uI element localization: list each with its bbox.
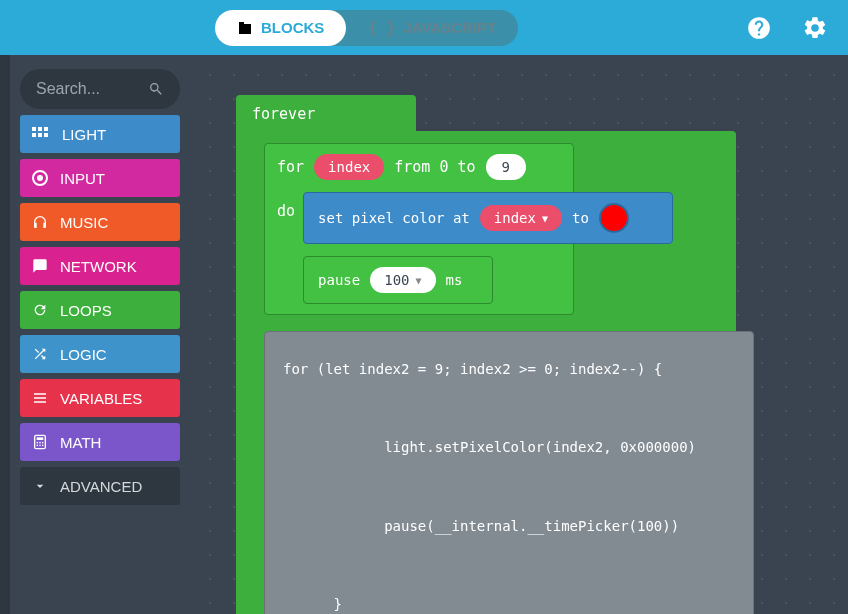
cat-math-label: MATH bbox=[60, 434, 101, 451]
refresh-icon bbox=[32, 302, 48, 318]
for-index-var[interactable]: index bbox=[314, 154, 384, 180]
to-label: to bbox=[572, 210, 589, 226]
cat-advanced-label: ADVANCED bbox=[60, 478, 142, 495]
pause-value-dropdown[interactable]: 100 ▼ bbox=[370, 267, 435, 293]
svg-point-11 bbox=[39, 442, 41, 444]
tab-javascript[interactable]: { } JAVASCRIPT bbox=[346, 10, 518, 46]
cat-loops-label: LOOPS bbox=[60, 302, 112, 319]
pause-label: pause bbox=[318, 272, 360, 288]
shuffle-icon bbox=[32, 346, 48, 362]
forever-body: for index from 0 to 9 do set pixel color… bbox=[236, 131, 736, 614]
sidebar: Search... LIGHT INPUT MUSIC NETWORK LOOP… bbox=[10, 55, 190, 614]
svg-rect-4 bbox=[38, 133, 42, 137]
for-keyword: for bbox=[277, 158, 304, 176]
svg-point-13 bbox=[37, 445, 39, 447]
chevron-down-icon bbox=[32, 478, 48, 494]
svg-rect-0 bbox=[32, 127, 36, 131]
cat-input-label: INPUT bbox=[60, 170, 105, 187]
category-network[interactable]: NETWORK bbox=[20, 247, 180, 285]
setpx-index-dropdown[interactable]: index ▼ bbox=[480, 205, 562, 231]
chevron-down-icon: ▼ bbox=[542, 213, 548, 224]
category-loops[interactable]: LOOPS bbox=[20, 291, 180, 329]
category-variables[interactable]: VARIABLES bbox=[20, 379, 180, 417]
category-input[interactable]: INPUT bbox=[20, 159, 180, 197]
cat-logic-label: LOGIC bbox=[60, 346, 107, 363]
svg-point-12 bbox=[42, 442, 44, 444]
setpx-label: set pixel color at bbox=[318, 210, 470, 226]
search-placeholder: Search... bbox=[36, 80, 138, 98]
set-pixel-block[interactable]: set pixel color at index ▼ to bbox=[303, 192, 673, 244]
svg-point-7 bbox=[37, 175, 43, 181]
svg-point-14 bbox=[39, 445, 41, 447]
headphones-icon bbox=[32, 214, 48, 230]
color-picker[interactable] bbox=[599, 203, 629, 233]
target-icon bbox=[32, 170, 48, 186]
code-snippet-block[interactable]: for (let index2 = 9; index2 >= 0; index2… bbox=[264, 331, 754, 614]
search-icon bbox=[148, 81, 164, 97]
category-music[interactable]: MUSIC bbox=[20, 203, 180, 241]
cat-network-label: NETWORK bbox=[60, 258, 137, 275]
tab-blocks[interactable]: BLOCKS bbox=[215, 10, 346, 46]
svg-rect-2 bbox=[44, 127, 48, 131]
svg-rect-9 bbox=[37, 437, 44, 440]
top-bar: BLOCKS { } JAVASCRIPT bbox=[0, 0, 848, 55]
pause-block[interactable]: pause 100 ▼ ms bbox=[303, 256, 493, 304]
tab-blocks-label: BLOCKS bbox=[261, 19, 324, 36]
chevron-down-icon: ▼ bbox=[416, 275, 422, 286]
cat-light-label: LIGHT bbox=[62, 126, 106, 143]
do-label: do bbox=[277, 202, 295, 220]
for-to-value[interactable]: 9 bbox=[486, 154, 526, 180]
list-icon bbox=[32, 390, 48, 406]
category-logic[interactable]: LOGIC bbox=[20, 335, 180, 373]
cat-variables-label: VARIABLES bbox=[60, 390, 142, 407]
gear-icon[interactable] bbox=[802, 15, 828, 41]
left-strip bbox=[0, 55, 10, 614]
main-area: Search... LIGHT INPUT MUSIC NETWORK LOOP… bbox=[0, 55, 848, 614]
tab-switcher: BLOCKS { } JAVASCRIPT bbox=[215, 10, 518, 46]
svg-rect-3 bbox=[32, 133, 36, 137]
forever-header: forever bbox=[236, 95, 416, 131]
category-math[interactable]: MATH bbox=[20, 423, 180, 461]
svg-point-10 bbox=[37, 442, 39, 444]
braces-icon: { } bbox=[368, 19, 395, 37]
search-input[interactable]: Search... bbox=[20, 69, 180, 109]
ms-label: ms bbox=[446, 272, 463, 288]
topbar-actions bbox=[746, 15, 828, 41]
category-advanced[interactable]: ADVANCED bbox=[20, 467, 180, 505]
svg-point-15 bbox=[42, 445, 44, 447]
tab-js-label: JAVASCRIPT bbox=[403, 19, 496, 36]
help-icon[interactable] bbox=[746, 15, 772, 41]
svg-rect-1 bbox=[38, 127, 42, 131]
from-label: from 0 to bbox=[394, 158, 475, 176]
category-light[interactable]: LIGHT bbox=[20, 115, 180, 153]
chat-icon bbox=[32, 258, 48, 274]
for-block[interactable]: for index from 0 to 9 do set pixel color… bbox=[264, 143, 574, 315]
forever-block[interactable]: forever for index from 0 to 9 do set pix… bbox=[236, 95, 736, 614]
calculator-icon bbox=[32, 434, 48, 450]
blocks-icon bbox=[237, 20, 253, 36]
grid-icon bbox=[32, 127, 50, 141]
workspace[interactable]: forever for index from 0 to 9 do set pix… bbox=[190, 55, 848, 614]
svg-rect-5 bbox=[44, 133, 48, 137]
cat-music-label: MUSIC bbox=[60, 214, 108, 231]
